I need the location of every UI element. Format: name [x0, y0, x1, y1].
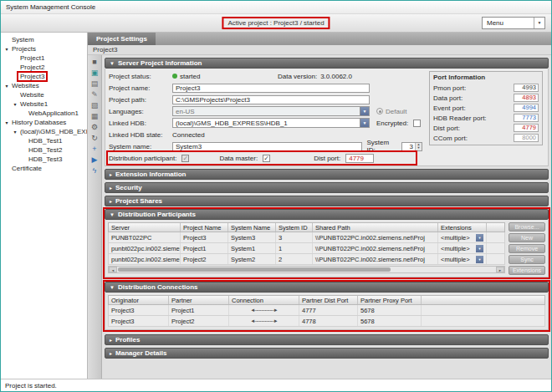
participant-extensions-cell[interactable]: <multiple>▼	[438, 254, 487, 264]
languages-dropdown[interactable]: en-US ▼	[172, 106, 370, 116]
participants-table-row[interactable]: punbt022pc.in002.siemerProject1System11\…	[108, 243, 505, 254]
tree-expander-icon[interactable]: ▾	[3, 120, 10, 125]
participants-column-header-system-name[interactable]: System Name	[228, 223, 276, 232]
extensions-button[interactable]: Extensions	[509, 266, 545, 275]
section-server-project-information: ▼ Server Project Information Project sta…	[105, 58, 549, 166]
tree-item-websites[interactable]: ▾Websites	[1, 81, 87, 90]
project-path-field[interactable]: C:\GMSProjects\Project3	[172, 95, 370, 104]
copy-project-icon[interactable]: ▧	[89, 100, 100, 110]
tree-item-project3[interactable]: Project3	[1, 72, 87, 81]
upgrade-icon[interactable]: ϟ	[89, 165, 100, 176]
chevron-down-icon[interactable]: ▼	[360, 107, 369, 115]
add-icon[interactable]: +	[89, 144, 100, 154]
distribution-participant-checkbox[interactable]	[181, 155, 189, 162]
linked-hdb-dropdown[interactable]: (local)\GMS_HDB_EXPRESS\HDB_1 ▼	[172, 118, 370, 128]
participants-h-scrollbar[interactable]: ◄ ►	[108, 266, 505, 273]
chevron-down-icon[interactable]: ▼	[476, 245, 483, 252]
tree-item-project2[interactable]: Project2	[1, 63, 87, 72]
connections-column-header-partner[interactable]: Partner	[169, 296, 229, 304]
connections-column-header-originator[interactable]: Originator	[109, 296, 169, 304]
edit-project-icon[interactable]: ✎	[89, 89, 100, 99]
spinner-down-icon[interactable]: ▼	[416, 146, 422, 150]
connections-column-header-partner-proxy-port[interactable]: Partner Proxy Port	[358, 296, 422, 304]
connections-column-header-connection[interactable]: Connection	[229, 296, 299, 304]
tree-item-label: WebApplication1	[27, 109, 80, 117]
browse-button[interactable]: Browse...	[509, 222, 545, 232]
tree-item-webapplication1[interactable]: WebApplication1	[1, 109, 87, 118]
participants-table-row[interactable]: PUNBT022PCProject3System33\\PUNBT022PC.i…	[108, 232, 505, 243]
tab-project-settings[interactable]: Project Settings	[88, 33, 156, 45]
connections-column-header-partner-dist-port[interactable]: Partner Dist Port	[299, 296, 358, 304]
connection-partner-cell: Project2	[169, 316, 229, 326]
section-profiles-header[interactable]: ▸ Profiles	[105, 334, 549, 345]
system-id-label: System ID:	[367, 139, 399, 154]
dist-port-field[interactable]: 4779	[345, 154, 374, 163]
project-monitor-icon[interactable]: ▣	[89, 68, 100, 78]
participants-column-header-extensions[interactable]: Extensions	[438, 223, 487, 232]
chevron-down-icon[interactable]: ▼	[360, 119, 369, 127]
system-name-field[interactable]: System3	[172, 142, 362, 151]
chevron-down-icon[interactable]: ▼	[476, 256, 483, 263]
save-project-icon[interactable]: ▦	[89, 111, 100, 121]
menu-dropdown[interactable]: Menu ▼	[482, 17, 545, 29]
participants-column-header-system-id[interactable]: System ID	[276, 223, 313, 232]
tree-item-local-gms-hdb-express[interactable]: ▾(local)\GMS_HDB_EXPRESS	[1, 127, 87, 136]
section-server-project-information-header[interactable]: ▼ Server Project Information	[105, 58, 549, 69]
selected-project-label: Project3	[88, 45, 551, 55]
tree-item-project1[interactable]: Project1	[1, 53, 87, 63]
section-security-header[interactable]: ▸ Security	[105, 182, 549, 193]
start-project-icon[interactable]: ▶	[89, 155, 100, 165]
tree-item-system[interactable]: System	[1, 35, 87, 44]
partner-proxy-port-cell: 5678	[358, 305, 422, 315]
new-button[interactable]: New	[509, 233, 545, 242]
stop-project-icon[interactable]: ■	[89, 57, 100, 67]
tree-item-website[interactable]: Website	[1, 90, 87, 99]
section-extension-information-header[interactable]: ▸ Extension Information	[105, 169, 549, 180]
participant-extensions-cell[interactable]: <multiple>▼	[438, 232, 487, 242]
participants-table-row[interactable]: punbt022pc.in002.siemerProject2System22\…	[108, 254, 505, 265]
settings-icon[interactable]: ⚙	[89, 122, 100, 132]
encrypted-checkbox[interactable]	[413, 120, 421, 127]
tree-item-hdb-test2[interactable]: HDB_Test2	[1, 145, 87, 155]
data-master-checkbox[interactable]	[263, 155, 270, 162]
section-manager-details-header[interactable]: ▸ Manager Details	[105, 348, 549, 359]
tree-expander-icon[interactable]: ▾	[3, 83, 10, 89]
section-distribution-participants-header[interactable]: ▼ Distribution Participants	[105, 209, 549, 220]
connections-table-row[interactable]: Project3Project1◄───────►47775678	[108, 305, 545, 316]
new-project-icon[interactable]: ▤	[89, 79, 100, 89]
tree-item-hdb-test1[interactable]: HDB_Test1	[1, 136, 87, 145]
participants-column-header-server[interactable]: Server	[109, 223, 181, 232]
sync-button[interactable]: Sync	[509, 255, 545, 264]
participant-cell: Project2	[181, 254, 228, 264]
tree-expander-icon[interactable]: ▾	[12, 129, 18, 135]
participants-column-header-shared-path[interactable]: Shared Path	[313, 223, 438, 232]
section-title: Distribution Connections	[118, 283, 198, 291]
participant-extensions-cell[interactable]: <multiple>▼	[438, 243, 487, 253]
restore-icon[interactable]: ↻	[89, 133, 100, 143]
chevron-down-icon[interactable]: ▼	[476, 234, 483, 242]
port-info-fields: Pmon port:4993Data port:4893Event port:4…	[433, 83, 539, 143]
tree-item-hdb-test3[interactable]: HDB_Test3	[1, 155, 87, 164]
participants-table-header: ServerProject NameSystem NameSystem IDSh…	[108, 222, 505, 232]
tree-expander-icon[interactable]: ▾	[12, 101, 18, 107]
tree-item-history-databases[interactable]: ▾History Databases	[1, 118, 87, 127]
tree-item-projects[interactable]: ▾Projects	[1, 44, 87, 53]
scroll-thumb[interactable]	[118, 267, 391, 272]
connections-table-row[interactable]: Project3Project2◄───────►47785678	[108, 316, 545, 327]
default-label: Default	[386, 108, 406, 115]
spinner-buttons[interactable]: ▲▼	[415, 143, 422, 150]
scroll-right-icon[interactable]: ►	[496, 267, 504, 272]
section-project-shares-header[interactable]: ▸ Project Shares	[105, 196, 549, 206]
section-distribution-connections-header[interactable]: ▼ Distribution Connections	[105, 282, 549, 293]
project-name-field[interactable]: Project3	[172, 84, 370, 93]
default-radio[interactable]	[376, 108, 383, 115]
scroll-track[interactable]	[117, 267, 496, 272]
participants-column-header-project-name[interactable]: Project Name	[181, 223, 228, 232]
scroll-left-icon[interactable]: ◄	[109, 267, 117, 272]
tree-item-certificate[interactable]: Certificate	[1, 164, 87, 173]
tree-expander-icon[interactable]: ▾	[3, 46, 10, 52]
project-status-group: started	[172, 73, 278, 80]
remove-button[interactable]: Remove	[509, 244, 545, 253]
tree-item-website1[interactable]: ▾Website1	[1, 99, 87, 109]
system-id-stepper[interactable]: 3 ▲▼	[401, 142, 422, 151]
